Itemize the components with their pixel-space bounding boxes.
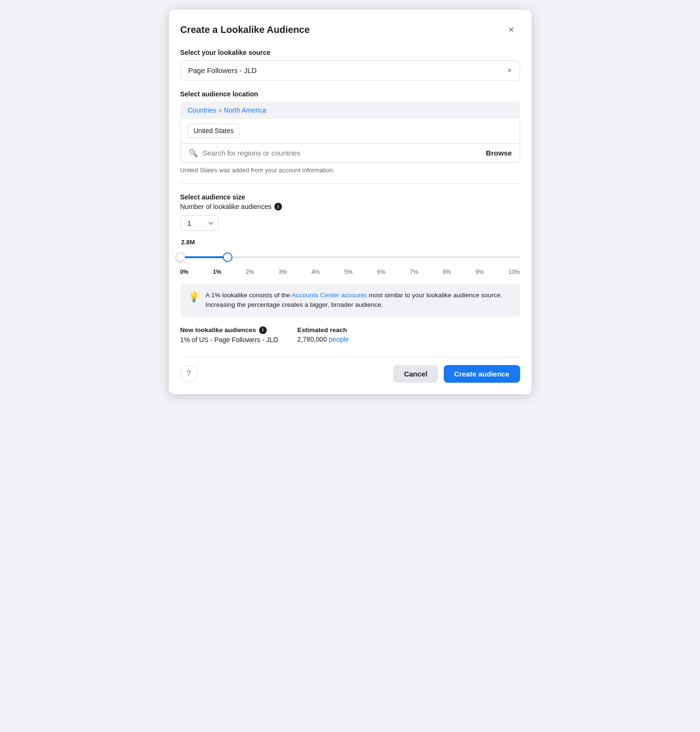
num-audiences-select[interactable]: 1 2 3 [180, 215, 219, 231]
browse-button[interactable]: Browse [486, 149, 512, 157]
cancel-button[interactable]: Cancel [393, 365, 438, 383]
slider-label-2: 2% [246, 269, 254, 275]
help-button[interactable]: ? [180, 365, 198, 382]
search-bar: 🔍 Browse [180, 144, 520, 163]
tip-lightbulb-icon: 💡 [188, 291, 200, 303]
slider-fill [180, 256, 228, 258]
slider-thumb-right[interactable] [223, 252, 232, 262]
slider-label-6: 6% [377, 269, 385, 275]
modal-footer: ? Cancel Create audience [180, 357, 520, 383]
source-clear-icon: × [507, 66, 512, 74]
location-tag-text: United States [194, 127, 234, 135]
slider-label-7: 7% [410, 269, 418, 275]
source-input-text: Page Followers - JLD [188, 66, 257, 74]
source-section-label: Select your lookalike source [180, 49, 520, 56]
slider-label-1: 1% [213, 269, 221, 275]
summary-new-audiences-col: New lookalike audiences i 1% of US - Pag… [180, 326, 278, 344]
accounts-center-link[interactable]: Accounts Center accounts [292, 292, 367, 299]
source-input-wrapper[interactable]: Page Followers - JLD × [180, 60, 520, 81]
breadcrumb-separator: > [218, 107, 222, 114]
new-audiences-info-icon[interactable]: i [259, 326, 267, 334]
summary-new-audiences-value: 1% of US - Page Followers - JLD [180, 336, 278, 344]
summary-estimated-reach-title: Estimated reach [297, 326, 349, 334]
search-left: 🔍 [188, 148, 486, 157]
breadcrumb-countries[interactable]: Countries [188, 106, 217, 114]
slider-label-3: 3% [279, 269, 287, 275]
modal-header: Create a Lookalike Audience × [180, 21, 520, 38]
summary-new-audiences-title: New lookalike audiences i [180, 326, 278, 334]
create-audience-button[interactable]: Create audience [444, 365, 520, 383]
location-section-label: Select audience location [180, 90, 520, 98]
breadcrumb-region[interactable]: North America [224, 106, 266, 114]
close-icon: × [509, 24, 514, 35]
slider-label-0: 0% [180, 269, 188, 275]
slider-label-8: 8% [443, 269, 451, 275]
slider-section: 2.8M 0% 1% 2% 3% 4% 5% 6% 7% 8% 9% 10% [180, 239, 520, 275]
slider-label-10: 10% [508, 269, 520, 275]
breadcrumb-bar: Countries > North America [180, 102, 520, 119]
size-section-label: Select audience size [180, 193, 520, 201]
slider-label-9: 9% [476, 269, 484, 275]
slider-value-label: 2.8M [181, 239, 520, 246]
modal-title: Create a Lookalike Audience [180, 24, 310, 35]
source-section: Select your lookalike source Page Follow… [180, 49, 520, 81]
location-tag: United States [188, 124, 240, 138]
location-tags-box: United States [180, 119, 520, 144]
divider [180, 183, 520, 184]
summary-estimated-reach-value: 2,780,000 people [297, 335, 349, 343]
footer-actions: Cancel Create audience [393, 365, 520, 383]
location-info-text: United States was added from your accoun… [180, 167, 520, 174]
tip-text: A 1% lookalike consists of the Accounts … [206, 291, 512, 310]
people-link[interactable]: people [329, 335, 349, 343]
slider-wrapper[interactable] [180, 249, 520, 266]
slider-track [180, 256, 520, 258]
num-audiences-label: Number of lookalike audiences i [180, 203, 520, 210]
source-clear-button[interactable]: × [507, 67, 512, 74]
close-button[interactable]: × [503, 21, 520, 38]
help-icon: ? [187, 369, 191, 378]
num-audiences-info-icon[interactable]: i [274, 203, 282, 210]
slider-label-4: 4% [312, 269, 320, 275]
summary-row: New lookalike audiences i 1% of US - Pag… [180, 326, 520, 344]
search-icon: 🔍 [188, 148, 198, 157]
summary-estimated-reach-col: Estimated reach 2,780,000 people [297, 326, 349, 344]
location-section: Select audience location Countries > Nor… [180, 90, 520, 174]
slider-label-5: 5% [344, 269, 352, 275]
slider-thumb-left[interactable] [176, 252, 185, 262]
search-input[interactable] [203, 149, 486, 157]
create-lookalike-modal: Create a Lookalike Audience × Select you… [169, 10, 532, 394]
tip-box: 💡 A 1% lookalike consists of the Account… [180, 284, 520, 317]
size-section: Select audience size Number of lookalike… [180, 193, 520, 275]
slider-labels: 0% 1% 2% 3% 4% 5% 6% 7% 8% 9% 10% [180, 269, 520, 275]
